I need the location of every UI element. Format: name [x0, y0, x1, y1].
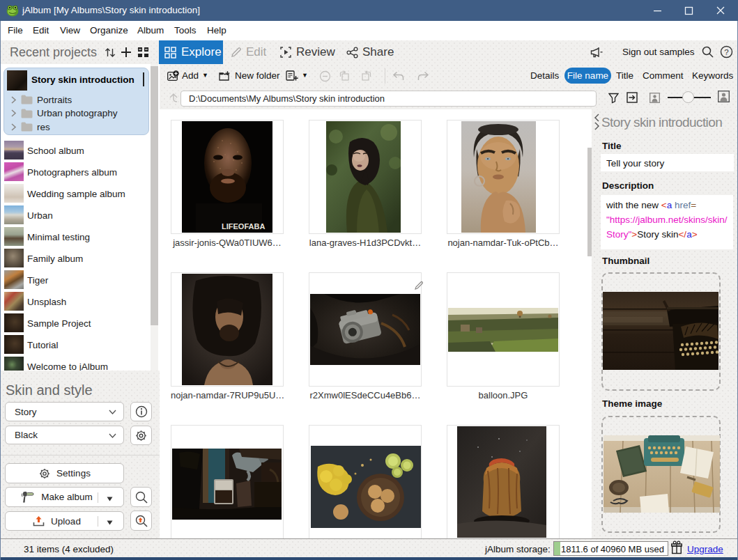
svg-text:?: ?: [724, 48, 728, 56]
svg-text:LIFEOFABA: LIFEOFABA: [222, 222, 265, 231]
